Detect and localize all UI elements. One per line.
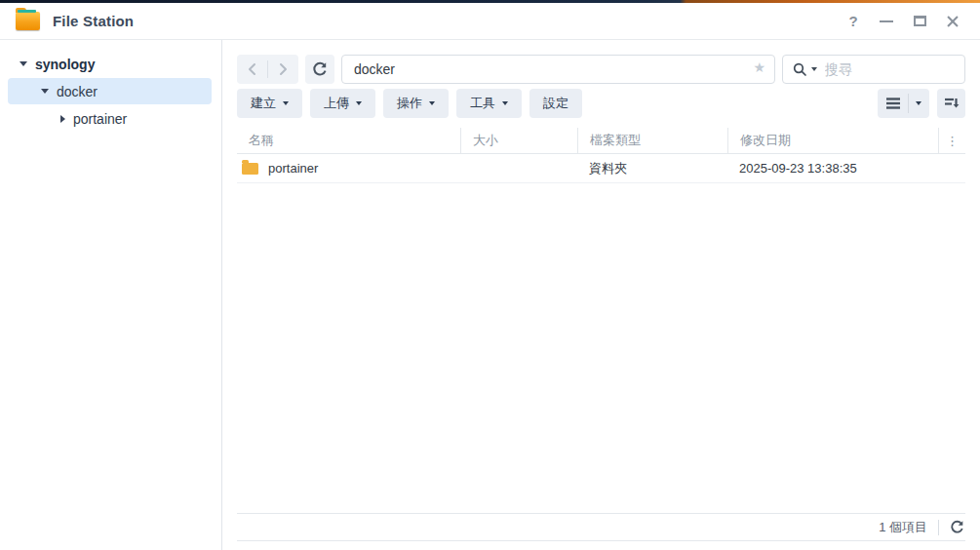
history-nav-group bbox=[237, 55, 298, 84]
file-list-empty-area[interactable] bbox=[237, 183, 965, 513]
tree-item-portainer[interactable]: portainer bbox=[8, 105, 212, 132]
search-box[interactable] bbox=[782, 55, 965, 84]
column-label: 修改日期 bbox=[740, 132, 791, 149]
status-refresh-button[interactable] bbox=[950, 520, 964, 534]
upload-button[interactable]: 上傳 bbox=[310, 89, 375, 118]
sort-icon bbox=[944, 97, 960, 110]
tree-item-label: synology bbox=[35, 57, 95, 72]
column-header-size[interactable]: 大小 bbox=[460, 128, 577, 153]
divider bbox=[908, 94, 909, 113]
ellipsis-vertical-icon: ⋮ bbox=[946, 134, 959, 148]
settings-button[interactable]: 設定 bbox=[529, 89, 582, 118]
window-body: synology docker portainer bbox=[0, 40, 980, 550]
chevron-down-icon bbox=[502, 101, 508, 105]
button-label: 工具 bbox=[470, 95, 495, 112]
forward-icon bbox=[279, 62, 288, 76]
expand-caret-down-icon[interactable] bbox=[41, 89, 49, 94]
back-icon bbox=[248, 62, 256, 76]
chevron-down-icon bbox=[916, 101, 921, 105]
divider bbox=[938, 520, 939, 535]
action-toolbar: 建立 上傳 操作 工具 設定 bbox=[237, 89, 965, 118]
search-input[interactable] bbox=[825, 61, 957, 77]
column-label: 大小 bbox=[473, 132, 498, 149]
chevron-down-icon bbox=[283, 101, 289, 105]
column-label: 檔案類型 bbox=[590, 132, 641, 149]
minimize-icon bbox=[880, 20, 893, 22]
content-pane: ★ 建立 上傳 操作 bbox=[222, 40, 980, 550]
item-count-label: 1 個項目 bbox=[879, 519, 927, 536]
action-button[interactable]: 操作 bbox=[383, 89, 449, 118]
maximize-button[interactable] bbox=[910, 12, 929, 31]
close-button[interactable] bbox=[943, 12, 962, 31]
list-view-icon bbox=[885, 97, 901, 110]
navigation-toolbar: ★ bbox=[237, 55, 965, 84]
path-field-wrap: ★ bbox=[341, 55, 775, 84]
view-mode-button[interactable] bbox=[878, 89, 929, 118]
maximize-icon bbox=[914, 16, 926, 26]
window-controls: ? bbox=[843, 12, 962, 31]
column-header-name[interactable]: 名稱 bbox=[237, 128, 460, 153]
tree-item-synology[interactable]: synology bbox=[8, 51, 212, 77]
expand-caret-right-icon[interactable] bbox=[60, 115, 65, 123]
modified-date: 2025-09-23 13:38:35 bbox=[739, 161, 857, 176]
file-station-app-icon bbox=[16, 12, 40, 30]
cell-menu bbox=[938, 154, 965, 182]
bottom-gap bbox=[237, 541, 965, 550]
tree-item-label: docker bbox=[57, 84, 98, 99]
tree-item-docker[interactable]: docker bbox=[8, 78, 212, 104]
column-options-button[interactable]: ⋮ bbox=[938, 128, 965, 153]
file-name: portainer bbox=[268, 161, 318, 176]
help-button[interactable]: ? bbox=[843, 12, 863, 31]
column-label: 名稱 bbox=[249, 132, 274, 149]
chevron-down-icon bbox=[356, 101, 362, 105]
refresh-button[interactable] bbox=[305, 55, 334, 84]
column-header-type[interactable]: 檔案類型 bbox=[577, 128, 727, 153]
file-list-header: 名稱 大小 檔案類型 修改日期 ⋮ bbox=[237, 128, 965, 154]
close-icon bbox=[946, 15, 960, 28]
create-button[interactable]: 建立 bbox=[237, 89, 302, 118]
chevron-down-icon bbox=[429, 101, 435, 105]
status-bar: 1 個項目 bbox=[237, 513, 965, 541]
button-label: 建立 bbox=[251, 95, 276, 112]
cell-size bbox=[460, 154, 577, 182]
refresh-icon bbox=[312, 61, 328, 77]
titlebar: File Station ? bbox=[0, 3, 980, 40]
forward-button[interactable] bbox=[268, 55, 298, 84]
button-label: 操作 bbox=[397, 95, 422, 112]
search-options-caret-icon[interactable] bbox=[811, 67, 817, 71]
search-icon bbox=[793, 62, 807, 77]
table-row-portainer[interactable]: portainer 資料夾 2025-09-23 13:38:35 bbox=[237, 154, 965, 183]
folder-icon bbox=[242, 163, 258, 175]
button-label: 設定 bbox=[543, 95, 568, 112]
refresh-icon bbox=[950, 520, 964, 534]
sort-button[interactable] bbox=[937, 89, 965, 118]
path-input[interactable] bbox=[341, 55, 775, 84]
minimize-button[interactable] bbox=[877, 12, 896, 31]
cell-type: 資料夾 bbox=[577, 154, 727, 182]
favorite-star-icon[interactable]: ★ bbox=[753, 59, 765, 75]
cell-name: portainer bbox=[237, 154, 460, 182]
sidebar-folder-tree: synology docker portainer bbox=[0, 40, 222, 550]
file-type: 資料夾 bbox=[589, 160, 627, 177]
tree-item-label: portainer bbox=[73, 111, 127, 127]
window-title: File Station bbox=[53, 13, 134, 29]
cell-modified: 2025-09-23 13:38:35 bbox=[727, 154, 938, 182]
column-header-modified[interactable]: 修改日期 bbox=[727, 128, 938, 153]
expand-caret-down-icon[interactable] bbox=[20, 61, 27, 66]
tools-button[interactable]: 工具 bbox=[456, 89, 522, 118]
button-label: 上傳 bbox=[324, 95, 349, 112]
back-button[interactable] bbox=[237, 55, 267, 84]
